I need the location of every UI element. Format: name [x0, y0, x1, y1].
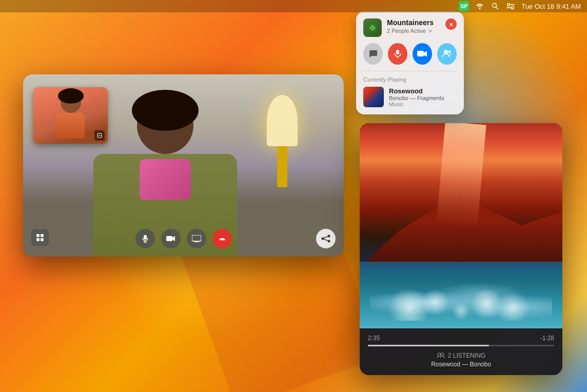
- svg-point-2: [507, 4, 510, 6]
- svg-line-24: [324, 239, 328, 241]
- pip-body: [56, 113, 85, 139]
- svg-point-25: [368, 24, 377, 32]
- lamp-shade: [267, 95, 298, 146]
- time-elapsed: 2:35: [368, 335, 380, 342]
- svg-rect-12: [144, 235, 147, 240]
- lamp-decoration: [262, 95, 303, 198]
- svg-point-21: [328, 235, 330, 238]
- camera-button[interactable]: [161, 229, 181, 248]
- svg-point-30: [444, 50, 448, 54]
- svg-point-22: [328, 240, 330, 243]
- svg-point-0: [493, 4, 497, 8]
- person-scarf: [140, 159, 191, 200]
- shareplay-notification-card: Mountaineers 2 People Active >: [356, 11, 464, 114]
- svg-point-3: [512, 7, 514, 9]
- now-playing-song: Rosewood — Bonobo: [431, 361, 491, 368]
- facetime-controls-bar: [23, 229, 344, 248]
- song-title: Rosewood: [389, 87, 457, 95]
- music-player-card: 2:35 -1:28 2 LISTENING Rosewood — Bonobo: [360, 123, 562, 375]
- facetime-video-button[interactable]: [413, 43, 432, 65]
- album-art-gradient: [363, 87, 384, 107]
- svg-line-23: [324, 237, 328, 238]
- shareplay-menubar-icon[interactable]: SP: [459, 1, 469, 11]
- screenshare-button[interactable]: [187, 229, 206, 248]
- pip-video-thumbnail[interactable]: [33, 87, 108, 144]
- song-type: Music: [389, 101, 457, 107]
- listening-icon: [437, 351, 445, 360]
- svg-rect-16: [192, 235, 201, 241]
- svg-point-33: [441, 353, 444, 356]
- search-icon[interactable]: [491, 2, 500, 11]
- card-action-buttons: [363, 43, 457, 65]
- svg-rect-15: [166, 236, 172, 241]
- person-head: [137, 97, 193, 154]
- desktop: SP Tue Oct 18 9:41 AM: [0, 0, 587, 392]
- pip-head: [61, 92, 81, 113]
- svg-point-32: [438, 353, 441, 356]
- svg-rect-29: [417, 51, 424, 56]
- people-button[interactable]: [437, 43, 457, 65]
- card-header: Mountaineers 2 People Active >: [363, 18, 457, 37]
- progress-fill: [368, 345, 489, 346]
- person-hair: [132, 90, 199, 131]
- pip-person-figure: [55, 92, 86, 139]
- song-artist-album: Bonobo — Fragments: [389, 95, 457, 101]
- close-icon: [449, 19, 453, 29]
- control-center-icon[interactable]: [506, 2, 515, 11]
- song-info: Rosewood Bonobo — Fragments Music: [389, 87, 457, 107]
- message-button[interactable]: [363, 43, 383, 65]
- listeners-count: 2 LISTENING: [448, 352, 485, 359]
- now-playing-info-row: Rosewood — Bonobo: [368, 361, 554, 368]
- currently-playing-label: Currently Playing: [363, 76, 457, 83]
- pip-badge: [94, 130, 105, 141]
- scene-background: [360, 123, 562, 328]
- card-title-group: Mountaineers 2 People Active >: [387, 18, 440, 34]
- card-divider: [363, 71, 457, 71]
- mute-button[interactable]: [135, 229, 155, 248]
- lamp-base: [277, 146, 287, 187]
- now-playing-row: Rosewood Bonobo — Fragments Music: [363, 87, 457, 107]
- facetime-shareplay-button[interactable]: [316, 229, 336, 248]
- album-art-small: [363, 87, 384, 107]
- time-remaining: -1:28: [540, 335, 554, 342]
- mic-button[interactable]: [388, 43, 407, 65]
- facetime-window: [23, 74, 344, 257]
- pip-hair: [58, 88, 84, 104]
- player-controls: 2:35 -1:28 2 LISTENING Rosewood — Bonobo: [360, 328, 562, 375]
- app-icon: [363, 18, 382, 37]
- water-highlights: [375, 290, 547, 321]
- menubar: SP Tue Oct 18 9:41 AM: [0, 0, 587, 12]
- album-art-large: [360, 123, 562, 328]
- card-close-button[interactable]: [445, 18, 457, 30]
- end-call-button[interactable]: [212, 229, 232, 248]
- wifi-icon[interactable]: [475, 2, 484, 11]
- svg-line-1: [496, 7, 499, 10]
- facetime-video-area: [23, 74, 344, 257]
- time-display-row: 2:35 -1:28: [368, 335, 554, 342]
- card-people-count: 2 People Active >: [387, 28, 440, 34]
- svg-point-20: [322, 238, 324, 240]
- card-app-name: Mountaineers: [387, 18, 440, 27]
- listeners-info: 2 LISTENING: [368, 351, 554, 360]
- svg-rect-27: [396, 50, 399, 54]
- svg-point-31: [448, 50, 451, 53]
- progress-track[interactable]: [368, 345, 554, 346]
- menubar-datetime: Tue Oct 18 9:41 AM: [521, 3, 581, 10]
- svg-point-26: [371, 28, 374, 30]
